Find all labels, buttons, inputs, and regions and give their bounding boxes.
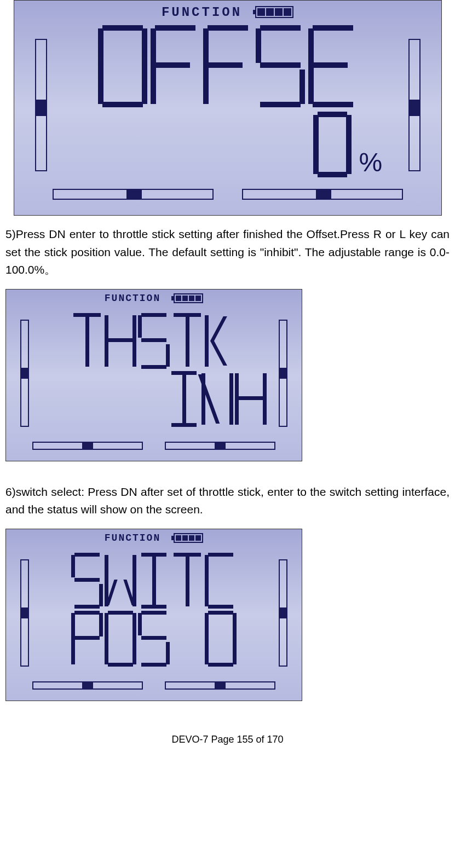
trim-bar-left <box>35 39 47 171</box>
lcd-header-text: FUNCTION <box>105 293 160 304</box>
page-footer: DEVO-7 Page 155 of 170 <box>5 701 450 756</box>
seg-char <box>168 371 200 427</box>
seg-char <box>205 553 237 609</box>
trim-bar-bottom-right <box>165 442 275 450</box>
lcd-screenshot-switc: FUNCTION <box>5 529 302 701</box>
lcd-screenshot-thstk: FUNCTION <box>5 289 302 461</box>
seg-char <box>105 611 136 667</box>
seg-char <box>235 371 267 427</box>
trim-bar-bottom-right <box>242 189 403 200</box>
trim-bar-bottom-left <box>32 681 143 690</box>
seg-char <box>71 611 103 667</box>
trim-bar-bottom-right <box>165 681 275 690</box>
battery-icon <box>171 293 203 303</box>
seg-char <box>201 371 233 427</box>
seg-char <box>313 112 352 177</box>
seg-char <box>308 25 358 107</box>
lcd-header-text: FUNCTION <box>162 5 242 20</box>
lcd-screenshot-offset: FUNCTION <box>14 0 442 216</box>
seg-char <box>105 553 136 609</box>
seg-char <box>171 611 203 667</box>
trim-bar-bottom-left <box>32 442 143 450</box>
trim-bar-right <box>279 320 287 427</box>
battery-icon <box>171 533 203 543</box>
seg-char <box>98 25 147 107</box>
battery-icon <box>253 6 293 18</box>
seg-char <box>171 553 203 609</box>
percent-symbol: % <box>359 147 383 177</box>
lcd-header-text: FUNCTION <box>105 533 160 543</box>
trim-bar-left <box>20 559 29 667</box>
seg-char <box>71 553 103 609</box>
seg-char <box>105 313 136 369</box>
seg-char <box>171 313 203 369</box>
lcd-display-area <box>36 553 272 667</box>
lcd-display-area <box>36 313 272 426</box>
seg-char <box>138 611 170 667</box>
trim-bar-right <box>408 39 421 171</box>
seg-char <box>203 25 252 107</box>
seg-char <box>205 611 237 667</box>
paragraph-6: 6)switch select: Press DN after set of t… <box>5 483 450 519</box>
paragraph-5: 5)Press DN enter to throttle stick setti… <box>5 225 450 279</box>
trim-bar-right <box>279 559 287 667</box>
trim-bar-left <box>20 320 29 427</box>
lcd-display-area: % <box>57 31 399 172</box>
seg-char <box>151 25 200 107</box>
seg-char <box>138 313 170 369</box>
seg-char <box>205 313 237 369</box>
seg-char <box>256 25 305 107</box>
seg-char <box>138 553 170 609</box>
seg-char <box>71 313 103 369</box>
trim-bar-bottom-left <box>53 189 214 200</box>
